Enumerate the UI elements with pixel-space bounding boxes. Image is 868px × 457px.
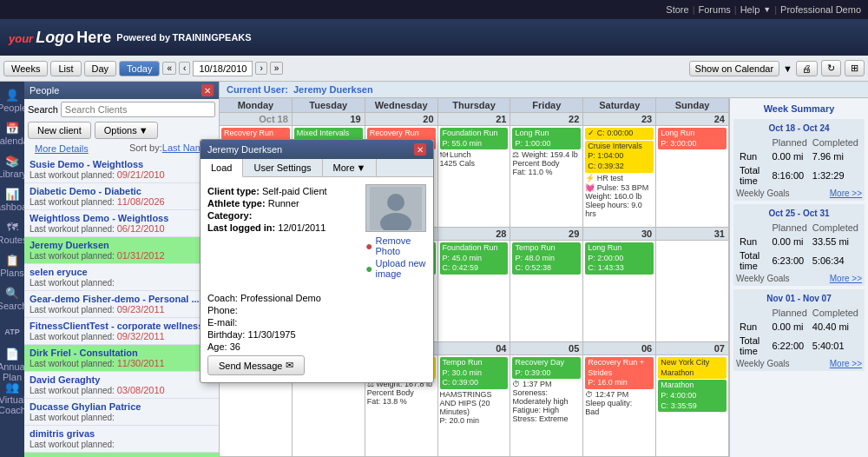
calendar-cell[interactable]: Tempo Run P: 30.0 min C: 0:39:00HAMSTRIN… bbox=[438, 355, 511, 456]
people-panel: People ✕ Search New client Options ▼ Mor… bbox=[24, 82, 220, 457]
workout-block[interactable]: Marathon P: 4:00:00 C: 3:35:59 bbox=[658, 380, 727, 412]
client-item[interactable]: FitnessClientTest - corporate wellness L… bbox=[24, 318, 219, 345]
calendar-cell[interactable]: ✓ C: 0:00:00Cruise Intervals P: 1:04:00 … bbox=[583, 126, 656, 227]
date-number-cell: 21 bbox=[438, 113, 511, 125]
info-block: ⚖ Weight: 159.4 lb Percent Body Fat: 11.… bbox=[512, 150, 581, 176]
sidebar-item-atp[interactable]: ATP bbox=[2, 316, 23, 348]
prev-button[interactable]: ‹ bbox=[179, 62, 190, 75]
popup-tab-user-settings[interactable]: User Settings bbox=[243, 159, 322, 176]
sidebar-item-virtual-coach[interactable]: 👥 Virtual Coach bbox=[2, 382, 23, 414]
current-user-label: Current User: bbox=[227, 84, 288, 95]
prev-prev-button[interactable]: « bbox=[162, 62, 176, 75]
client-item[interactable]: dimitris grivas Last workout planned: bbox=[24, 426, 219, 453]
workout-block[interactable]: ✓ C: 0:00:00 bbox=[585, 128, 654, 140]
date-display[interactable]: 10/18/2010 bbox=[193, 61, 253, 76]
client-item[interactable]: Diabetic Demo - Diabetic Last workout pl… bbox=[24, 183, 219, 210]
forums-link[interactable]: Forums bbox=[699, 4, 731, 15]
date-number-cell: 23 bbox=[583, 113, 656, 125]
client-item[interactable]: Jeremy Duerksen Last workout planned: 01… bbox=[24, 237, 219, 264]
workout-block[interactable]: Long Run P: 2:00:00 C: 1:43:33 bbox=[585, 242, 654, 275]
workout-block[interactable]: Tempo Run P: 30.0 min C: 0:39:00 bbox=[440, 357, 509, 389]
calendar-cell[interactable]: Recovery Run + Strides P: 16.0 min⏱ 12:4… bbox=[583, 355, 656, 456]
workout-block[interactable]: Long Run P: 3:00:00 bbox=[658, 128, 727, 149]
weeks-button[interactable]: Weeks bbox=[3, 61, 48, 76]
calendar-cell[interactable]: New York City MarathonMarathon P: 4:00:0… bbox=[656, 355, 729, 456]
sidebar-item-people[interactable]: 👤 People bbox=[2, 85, 23, 116]
client-item[interactable]: Gear-demo Fisher-demo - Personal ... Las… bbox=[24, 291, 219, 318]
popup-tab-more[interactable]: More ▼ bbox=[323, 159, 378, 176]
day-headers: MondayTuesdayWednesdayThursdayFridaySatu… bbox=[220, 98, 729, 113]
workout-block[interactable]: Recovery Run + Strides P: 16.0 min bbox=[585, 357, 654, 389]
more-link[interactable]: More >> bbox=[830, 274, 862, 283]
workout-block[interactable]: Foundation Run P: 55.0 min bbox=[440, 128, 509, 149]
date-number-cell: 31 bbox=[656, 228, 729, 240]
sidebar-item-library[interactable]: 📚 Library bbox=[2, 151, 23, 182]
day-button[interactable]: Day bbox=[84, 61, 117, 76]
calendar-cell[interactable]: Foundation Run P: 45.0 min C: 0:42:59 bbox=[438, 241, 511, 341]
age-row: Age: 36 bbox=[207, 341, 426, 352]
calendar-cell[interactable]: Long Run P: 1:00:00⚖ Weight: 159.4 lb Pe… bbox=[510, 126, 583, 227]
client-last-workout: Last workout planned: 09/32/2011 bbox=[30, 331, 214, 341]
upload-photo-button[interactable]: ● Upload new image bbox=[365, 258, 426, 279]
print-button[interactable]: 🖨 bbox=[796, 61, 818, 76]
remove-photo-icon: ● bbox=[365, 239, 372, 253]
week-summary-section: Nov 01 - Nov 07PlannedCompletedRun0.00 m… bbox=[733, 289, 865, 371]
store-link[interactable]: Store bbox=[666, 4, 688, 15]
client-item[interactable]: Ducasse Ghylian Patrice Last workout pla… bbox=[24, 399, 219, 426]
popup-title: Jeremy Duerksen bbox=[207, 144, 282, 155]
grid-button[interactable]: ⊞ bbox=[845, 60, 865, 76]
workout-block[interactable]: Tempo Run P: 48.0 min C: 0:52:38 bbox=[512, 242, 581, 275]
sidebar-item-routes[interactable]: 🗺 Routes bbox=[2, 217, 23, 248]
popup-tab-load[interactable]: Load bbox=[201, 159, 243, 177]
client-item[interactable]: Bill Gym Client - Personal Last workout … bbox=[24, 453, 219, 457]
calendar-cell[interactable] bbox=[656, 241, 729, 341]
more-details-link[interactable]: More Details bbox=[30, 142, 94, 156]
workout-block[interactable]: Recovery Day P: 0:39:00 bbox=[512, 357, 581, 379]
calendar-cell[interactable]: Foundation Run P: 55.0 min🍽 Lunch 1425 C… bbox=[438, 126, 511, 227]
calendar-cell[interactable]: Tempo Run P: 48.0 min C: 0:52:38 bbox=[510, 241, 583, 341]
new-client-button[interactable]: New client bbox=[28, 122, 91, 139]
workout-block[interactable]: Long Run P: 1:00:00 bbox=[512, 128, 581, 149]
calendar-cell[interactable]: Long Run P: 2:00:00 C: 1:43:33 bbox=[583, 241, 656, 341]
workout-block[interactable]: New York City Marathon bbox=[658, 357, 727, 379]
popup-close-button[interactable]: ✕ bbox=[414, 143, 426, 156]
next-next-button[interactable]: » bbox=[270, 62, 284, 75]
sidebar-item-search[interactable]: 🔍 Search bbox=[2, 283, 23, 315]
day-header: Wednesday bbox=[365, 98, 438, 112]
sidebar-item-annual-plan[interactable]: 📄 Annual Plan bbox=[2, 349, 23, 381]
today-button[interactable]: Today bbox=[119, 61, 160, 76]
sidebar-icons: 👤 People 📅 Calendar 📚 Library 📊 Dashboar… bbox=[0, 82, 24, 457]
client-name: Weightloss Demo - Weightloss bbox=[30, 213, 214, 223]
client-item[interactable]: selen eryuce Last workout planned: bbox=[24, 264, 219, 291]
sidebar-item-dashboard[interactable]: 📊 Dashboard bbox=[2, 184, 23, 215]
date-number-cell: 20 bbox=[365, 113, 438, 125]
more-link[interactable]: More >> bbox=[830, 189, 862, 198]
current-user-bar: Current User: Jeremy Duerksen bbox=[220, 82, 868, 98]
remove-photo-button[interactable]: ● Remove Photo bbox=[365, 235, 426, 256]
client-item[interactable]: David Geraghty Last workout planned: 03/… bbox=[24, 372, 219, 399]
week-stats-table: PlannedCompletedRun0.00 mi7.96 miTotal t… bbox=[736, 135, 862, 189]
search-input[interactable] bbox=[61, 102, 215, 117]
workout-block[interactable]: Foundation Run P: 45.0 min C: 0:42:59 bbox=[440, 242, 509, 275]
client-item[interactable]: Dirk Friel - Consultation Last workout p… bbox=[24, 345, 219, 372]
help-link[interactable]: Help bbox=[740, 4, 760, 15]
calendar-cell[interactable]: Recovery Day P: 0:39:00⏱ 1:37 PM Sorenes… bbox=[510, 355, 583, 456]
more-link[interactable]: More >> bbox=[830, 359, 862, 368]
list-button[interactable]: List bbox=[50, 61, 81, 76]
options-button[interactable]: Options ▼ bbox=[95, 122, 158, 139]
send-message-button[interactable]: Send Message ✉ bbox=[207, 355, 305, 375]
show-on-calendar-button[interactable]: Show on Calendar bbox=[689, 61, 780, 76]
sidebar-item-calendar[interactable]: 📅 Calendar bbox=[2, 118, 23, 149]
client-item[interactable]: Susie Demo - Weightloss Last workout pla… bbox=[24, 156, 219, 183]
client-name: Dirk Friel - Consultation bbox=[30, 348, 214, 358]
main-content: 👤 People 📅 Calendar 📚 Library 📊 Dashboar… bbox=[0, 82, 868, 457]
calendar-cell[interactable]: Long Run P: 3:00:00 bbox=[656, 126, 729, 227]
next-button[interactable]: › bbox=[255, 62, 266, 75]
demo-link[interactable]: Professional Demo bbox=[780, 4, 861, 15]
popup-body: Client type: Self-paid Client Athlete ty… bbox=[201, 177, 433, 288]
refresh-button[interactable]: ↻ bbox=[821, 60, 841, 76]
client-item[interactable]: Weightloss Demo - Weightloss Last workou… bbox=[24, 210, 219, 237]
sidebar-item-plans[interactable]: 📋 Plans bbox=[2, 250, 23, 281]
people-panel-close[interactable]: ✕ bbox=[201, 84, 214, 96]
workout-block[interactable]: Cruise Intervals P: 1:04:00 C: 0:39:32 bbox=[585, 141, 654, 173]
